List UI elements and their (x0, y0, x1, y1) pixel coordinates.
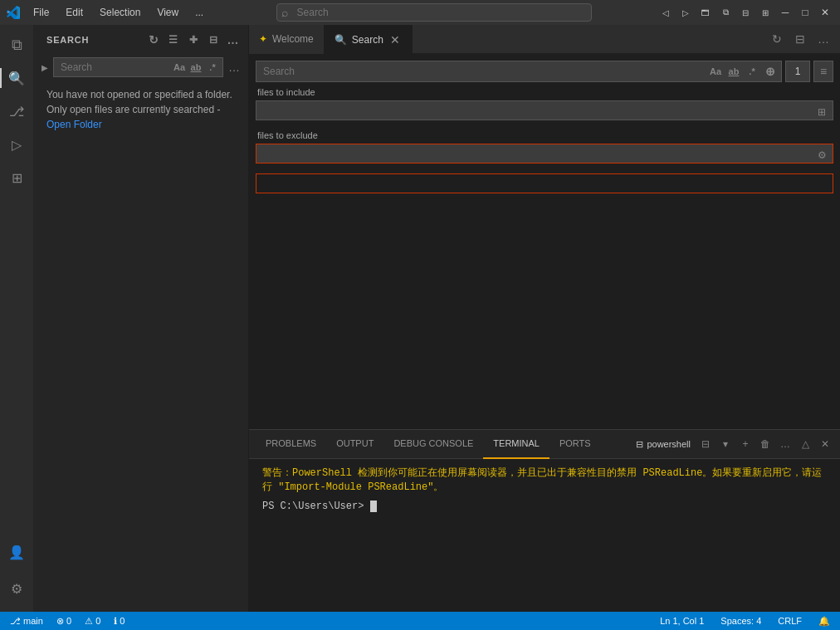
search-expand-btn[interactable]: ▶ (40, 61, 50, 74)
search-panel: Aa ab .* ⊕ 1 ≡ files to include ⊞ files … (249, 54, 840, 429)
activity-extensions[interactable]: ⊞ (0, 161, 33, 194)
restore-btn[interactable]: ⧉ (717, 6, 734, 19)
nav-back-btn[interactable]: ◁ (657, 6, 674, 19)
editor-area: ✦ Welcome 🔍 Search ✕ ↻ ⊟ … Aa (249, 25, 840, 612)
clear-results-btn[interactable]: ☰ (165, 32, 182, 48)
terminal-maximize-btn[interactable]: △ (797, 436, 813, 452)
use-regex-btn[interactable]: .* (205, 60, 220, 75)
activity-account[interactable]: 👤 (0, 535, 33, 569)
tab-output[interactable]: OUTPUT (326, 430, 383, 459)
tab-terminal[interactable]: TERMINAL (483, 430, 549, 459)
status-errors[interactable]: ⊗ 0 (53, 612, 75, 630)
status-spaces[interactable]: Spaces: 4 (717, 612, 764, 630)
sidebar-more-btn[interactable]: … (225, 32, 242, 48)
search-bar-more-btn[interactable]: ≡ (813, 61, 833, 82)
search-details-btn[interactable]: ⊕ (762, 63, 779, 80)
search-tab-label: Search (352, 34, 383, 46)
status-position[interactable]: Ln 1, Col 1 (657, 612, 707, 630)
search-tab-close[interactable]: ✕ (388, 33, 402, 46)
activity-debug[interactable]: ▷ (0, 128, 33, 161)
tab-bar: ✦ Welcome 🔍 Search ✕ ↻ ⊟ … (249, 25, 840, 54)
search-icon: 🔍 (8, 71, 25, 86)
search-tab-icon: 🔍 (335, 34, 347, 46)
collapse-all-btn[interactable]: ⊟ (205, 32, 222, 48)
files-include-input[interactable] (256, 100, 833, 120)
files-include-icon[interactable]: ⊞ (813, 104, 830, 120)
tab-ports[interactable]: PORTS (549, 430, 601, 459)
settings-icon: ⚙ (11, 581, 22, 597)
sidebar-search-wrapper: Aa ab .* (53, 57, 223, 77)
sidebar-message: You have not opened or specified a folde… (33, 81, 248, 139)
status-git-branch[interactable]: ⎇ main (7, 612, 46, 630)
search-match-case-btn[interactable]: Aa (707, 63, 724, 80)
status-bar: ⎇ main ⊗ 0 ⚠ 0 ℹ 0 Ln 1, Col 1 Spaces: 4… (0, 612, 840, 630)
status-notifications[interactable]: 🔔 (815, 612, 833, 630)
menu-view[interactable]: View (150, 5, 185, 20)
menu-file[interactable]: File (27, 5, 56, 20)
search-bar-row: Aa ab .* ⊕ 1 ≡ (256, 61, 833, 82)
terminal-content[interactable]: 警告：PowerShell 检测到你可能正在使用屏幕阅读器，并且已出于兼容性目的… (249, 459, 840, 612)
terminal-icon: ⊟ (636, 439, 643, 450)
status-info[interactable]: ℹ 0 (110, 612, 128, 630)
account-icon: 👤 (8, 545, 25, 560)
refresh-tab-btn[interactable]: ↻ (767, 29, 787, 49)
terminal-actions: ⊟ ▾ + 🗑 … △ ✕ (697, 436, 833, 452)
tab-more-btn[interactable]: … (813, 29, 833, 49)
split-editor-btn[interactable]: ⊟ (790, 29, 810, 49)
extensions-icon: ⊞ (12, 170, 22, 186)
terminal-dropdown-btn[interactable]: ▾ (717, 436, 734, 452)
maximize-window-btn[interactable]: □ (797, 6, 813, 19)
search-regex-btn[interactable]: .* (744, 63, 760, 80)
layout-btn[interactable]: ⊞ (757, 6, 774, 19)
tab-search[interactable]: 🔍 Search ✕ (325, 25, 413, 54)
activity-explorer[interactable]: ⧉ (0, 28, 33, 61)
close-window-btn[interactable]: ✕ (817, 6, 833, 19)
menu-selection[interactable]: Selection (93, 5, 147, 20)
terminal-split-btn[interactable]: ⊟ (697, 436, 714, 452)
title-search-wrapper (276, 3, 592, 22)
search-bar-input[interactable] (256, 61, 782, 82)
vscode-logo (7, 6, 20, 19)
tab-problems[interactable]: PROBLEMS (256, 430, 326, 459)
tab-welcome[interactable]: ✦ Welcome (249, 25, 325, 54)
debug-icon: ▷ (12, 137, 22, 153)
tab-debug-console[interactable]: DEBUG CONSOLE (383, 430, 483, 459)
activity-search[interactable]: 🔍 (0, 61, 33, 95)
status-left: ⎇ main ⊗ 0 ⚠ 0 ℹ 0 (7, 612, 128, 630)
split-btn[interactable]: ⊟ (737, 6, 754, 19)
terminal-close-btn[interactable]: ✕ (817, 436, 833, 452)
new-search-editor-btn[interactable]: ✚ (185, 32, 202, 48)
minimize-window-btn[interactable]: ─ (777, 6, 794, 19)
files-exclude-input[interactable] (256, 144, 833, 164)
nav-forward-btn[interactable]: ▷ (677, 6, 694, 19)
terminal-powershell-label: ⊟ powershell (629, 439, 697, 450)
match-word-btn[interactable]: ab (188, 60, 203, 75)
welcome-tab-icon: ✦ (259, 33, 267, 45)
search-match-word-btn[interactable]: ab (725, 63, 742, 80)
terminal-add-btn[interactable]: + (737, 436, 754, 452)
sidebar: SEARCH ↻ ☰ ✚ ⊟ … ▶ Aa ab .* … (33, 25, 249, 612)
sidebar-search-more-btn[interactable]: … (227, 59, 242, 76)
search-bar-input-wrapper: Aa ab .* ⊕ (256, 61, 782, 82)
status-encoding[interactable]: CRLF (774, 612, 805, 630)
title-search-input[interactable] (276, 3, 592, 22)
menu-edit[interactable]: Edit (59, 5, 90, 20)
activity-git[interactable]: ⎇ (0, 95, 33, 128)
terminal-cursor (370, 501, 377, 512)
match-case-btn[interactable]: Aa (172, 60, 187, 75)
open-folder-link[interactable]: Open Folder (46, 119, 102, 130)
files-include-row: ⊞ (256, 100, 833, 124)
git-icon: ⎇ (9, 104, 24, 120)
terminal-more-btn[interactable]: … (777, 436, 794, 452)
minimize-btn[interactable]: 🗔 (697, 6, 714, 19)
error-highlight-bar (256, 173, 833, 193)
terminal-trash-btn[interactable]: 🗑 (757, 436, 774, 452)
title-search-container (217, 3, 651, 22)
files-exclude-icon[interactable]: ⚙ (813, 147, 830, 164)
activity-settings[interactable]: ⚙ (0, 572, 33, 605)
menu-more[interactable]: ... (188, 5, 210, 20)
refresh-btn[interactable]: ↻ (145, 32, 162, 48)
terminal-panel: PROBLEMS OUTPUT DEBUG CONSOLE TERMINAL P… (249, 429, 840, 612)
terminal-warning-text: 警告：PowerShell 检测到你可能正在使用屏幕阅读器，并且已出于兼容性目的… (262, 467, 822, 493)
status-warnings[interactable]: ⚠ 0 (81, 612, 104, 630)
